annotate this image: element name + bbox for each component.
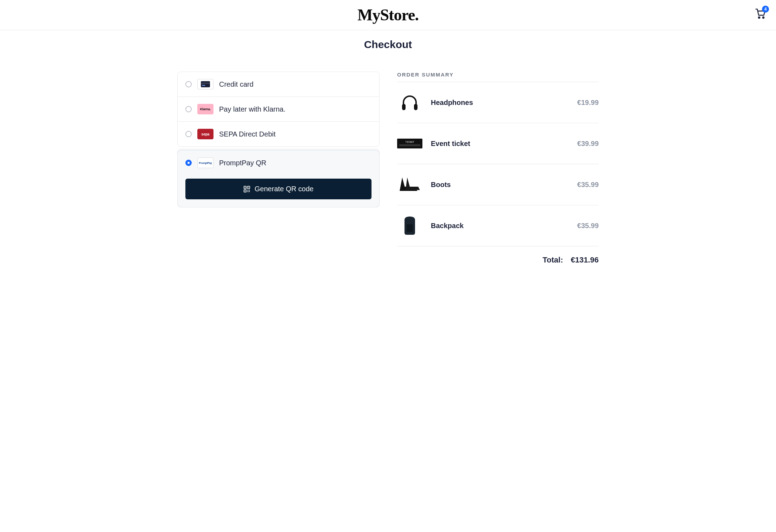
svg-rect-10 xyxy=(245,191,245,191)
product-price: €35.99 xyxy=(577,222,599,230)
product-price: €39.99 xyxy=(577,140,599,148)
promptpay-icon: PromptPay xyxy=(197,158,213,168)
svg-rect-15 xyxy=(402,104,406,110)
svg-text:TICKET: TICKET xyxy=(405,141,414,144)
product-name: Backpack xyxy=(431,222,569,230)
svg-point-0 xyxy=(758,17,760,18)
payment-option-credit-card[interactable]: Credit card xyxy=(178,72,379,97)
svg-rect-19 xyxy=(399,144,420,146)
payment-option-sepa[interactable]: sepa SEPA Direct Debit xyxy=(178,122,379,146)
radio-promptpay[interactable] xyxy=(185,160,192,166)
svg-rect-9 xyxy=(248,187,249,188)
klarna-icon: Klarna. xyxy=(197,104,213,114)
svg-rect-16 xyxy=(414,104,417,110)
product-thumb-headphones xyxy=(397,92,422,113)
payment-method-list: Credit card Klarna. Pay later with Klarn… xyxy=(177,72,380,147)
credit-card-icon xyxy=(197,79,213,89)
sepa-icon: sepa xyxy=(197,129,213,139)
svg-point-1 xyxy=(763,17,764,18)
radio-credit-card[interactable] xyxy=(185,81,192,87)
qr-code-icon xyxy=(243,186,250,193)
order-item: Boots €35.99 xyxy=(397,164,599,205)
order-summary-title: ORDER SUMMARY xyxy=(397,72,599,78)
payment-label: Credit card xyxy=(219,80,254,88)
total-value: €131.96 xyxy=(571,255,599,265)
radio-klarna[interactable] xyxy=(185,106,192,112)
generate-qr-label: Generate QR code xyxy=(255,185,314,193)
order-item: TICKET Event ticket €39.99 xyxy=(397,123,599,164)
cart-count-badge: 4 xyxy=(762,6,769,13)
product-name: Headphones xyxy=(431,99,569,107)
product-thumb-boots xyxy=(397,174,422,195)
svg-rect-13 xyxy=(248,191,249,192)
payment-label: PromptPay QR xyxy=(219,159,266,167)
total-label: Total: xyxy=(542,255,563,265)
payment-label: SEPA Direct Debit xyxy=(219,130,276,138)
site-header: MyStore. 4 xyxy=(0,0,776,30)
page-title: Checkout xyxy=(0,39,776,51)
product-thumb-backpack xyxy=(397,215,422,236)
svg-rect-3 xyxy=(201,83,210,84)
order-item: Backpack €35.99 xyxy=(397,205,599,246)
product-name: Boots xyxy=(431,181,569,189)
payment-label: Pay later with Klarna. xyxy=(219,105,285,113)
product-price: €35.99 xyxy=(577,181,599,189)
cart-button[interactable]: 4 xyxy=(755,8,766,20)
order-total-row: Total: €131.96 xyxy=(397,246,599,265)
svg-rect-4 xyxy=(202,85,205,86)
svg-rect-2 xyxy=(201,81,210,87)
payment-option-promptpay[interactable]: PromptPay PromptPay QR Generate QR code xyxy=(177,149,380,207)
store-logo[interactable]: MyStore. xyxy=(357,6,419,24)
product-thumb-ticket: TICKET xyxy=(397,133,422,154)
svg-rect-12 xyxy=(249,189,250,191)
svg-rect-20 xyxy=(407,224,413,232)
svg-rect-17 xyxy=(397,139,422,148)
svg-rect-8 xyxy=(245,187,245,188)
generate-qr-button[interactable]: Generate QR code xyxy=(185,179,371,199)
product-price: €19.99 xyxy=(577,99,599,107)
svg-rect-11 xyxy=(248,189,249,191)
svg-rect-14 xyxy=(249,191,250,192)
product-name: Event ticket xyxy=(431,140,569,148)
radio-sepa[interactable] xyxy=(185,131,192,137)
order-item: Headphones €19.99 xyxy=(397,82,599,123)
payment-option-klarna[interactable]: Klarna. Pay later with Klarna. xyxy=(178,97,379,122)
